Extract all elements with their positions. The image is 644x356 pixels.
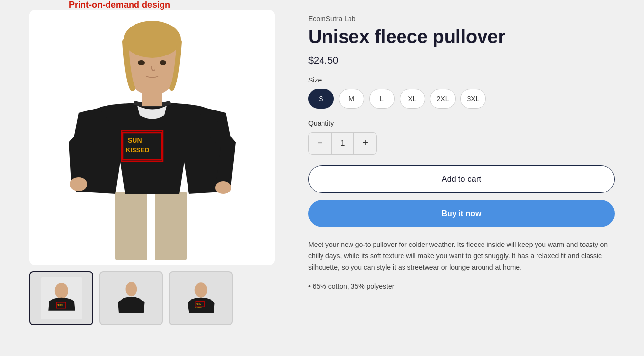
thumbnail-1-image: SUN xyxy=(37,277,86,319)
quantity-value: 1 xyxy=(331,133,354,154)
size-btn-m[interactable]: M xyxy=(339,89,364,109)
size-btn-s[interactable]: S xyxy=(308,89,334,109)
gallery-section: Print-on-demand design xyxy=(29,10,285,325)
thumbnail-2-image xyxy=(107,277,156,319)
svg-rect-11 xyxy=(142,90,162,106)
page-container: Print-on-demand design xyxy=(0,0,644,356)
buy-now-button[interactable]: Buy it now xyxy=(308,200,615,227)
thumbnail-1[interactable]: SUN xyxy=(29,271,93,325)
svg-text:SUN: SUN xyxy=(57,304,63,307)
product-title: Unisex fleece pullover xyxy=(308,27,615,48)
svg-rect-4 xyxy=(155,192,187,260)
size-options: S M L XL 2XL 3XL xyxy=(308,89,615,109)
add-to-cart-button[interactable]: Add to cart xyxy=(308,165,615,193)
svg-point-5 xyxy=(70,177,87,191)
thumbnail-3[interactable]: SUN KISSED xyxy=(169,271,233,325)
svg-rect-3 xyxy=(115,192,147,260)
thumbnail-2[interactable] xyxy=(99,271,163,325)
brand-name: EcomSutra Lab xyxy=(308,15,615,23)
svg-text:KISSED: KISSED xyxy=(126,146,149,154)
size-label: Size xyxy=(308,76,615,84)
svg-point-23 xyxy=(194,282,207,298)
thumbnail-3-image: SUN KISSED xyxy=(176,277,226,319)
svg-text:KISSED: KISSED xyxy=(195,306,203,308)
quantity-decrement-button[interactable]: − xyxy=(309,133,331,154)
product-description: Meet your new go-to pullover for colder … xyxy=(308,239,615,273)
product-price: $24.50 xyxy=(308,55,615,66)
size-btn-xl[interactable]: XL xyxy=(400,89,425,109)
product-layout: Print-on-demand design xyxy=(29,10,615,325)
svg-point-10 xyxy=(160,60,166,65)
svg-point-21 xyxy=(125,282,137,296)
quantity-control: − 1 + xyxy=(308,132,377,155)
quantity-label: Quantity xyxy=(308,119,615,127)
svg-point-6 xyxy=(215,181,231,194)
size-btn-2xl[interactable]: 2XL xyxy=(430,89,456,109)
product-details: EcomSutra Lab Unisex fleece pullover $24… xyxy=(308,10,615,292)
svg-text:SUN: SUN xyxy=(196,303,201,305)
svg-text:SUN: SUN xyxy=(128,137,142,144)
product-image-svg: SUN KISSED xyxy=(29,10,275,265)
size-btn-3xl[interactable]: 3XL xyxy=(460,89,486,109)
svg-point-9 xyxy=(138,60,145,65)
size-btn-l[interactable]: L xyxy=(369,89,395,109)
svg-point-17 xyxy=(54,283,68,299)
annotation-text: Print-on-demand design xyxy=(69,0,170,10)
product-feature: • 65% cotton, 35% polyester xyxy=(308,281,615,292)
quantity-increment-button[interactable]: + xyxy=(354,133,376,154)
thumbnails-row: SUN xyxy=(29,271,285,325)
main-product-image: SUN KISSED xyxy=(29,10,275,265)
svg-point-8 xyxy=(124,21,181,58)
